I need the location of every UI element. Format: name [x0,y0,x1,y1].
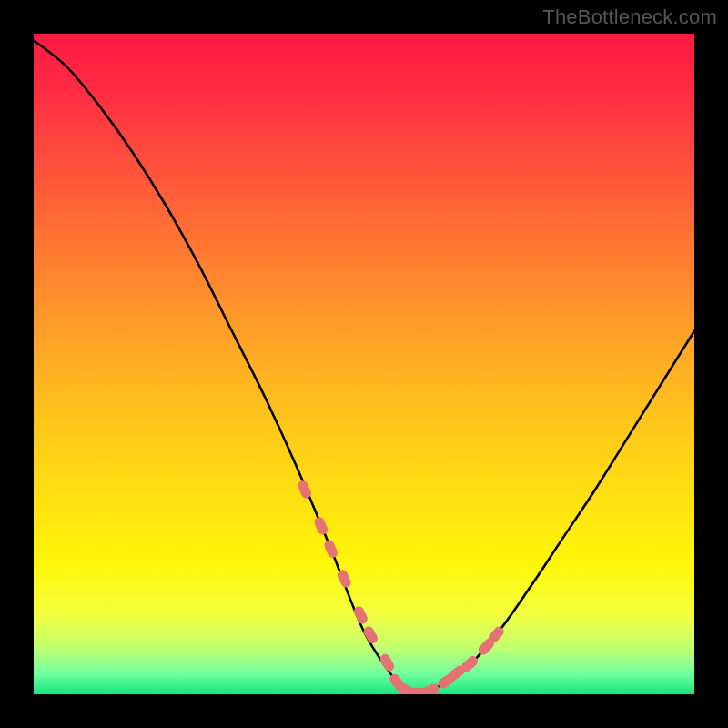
marker-dot [420,682,440,694]
bottleneck-curve [34,40,694,694]
watermark-text: TheBottleneck.com [542,5,717,29]
marker-dot [323,539,339,560]
curve-markers [297,480,506,694]
plot-area [34,34,694,694]
marker-dot [313,515,329,536]
marker-dot [379,652,396,673]
chart-svg [34,34,694,694]
marker-dot [336,569,352,590]
chart-frame: TheBottleneck.com [0,0,728,728]
